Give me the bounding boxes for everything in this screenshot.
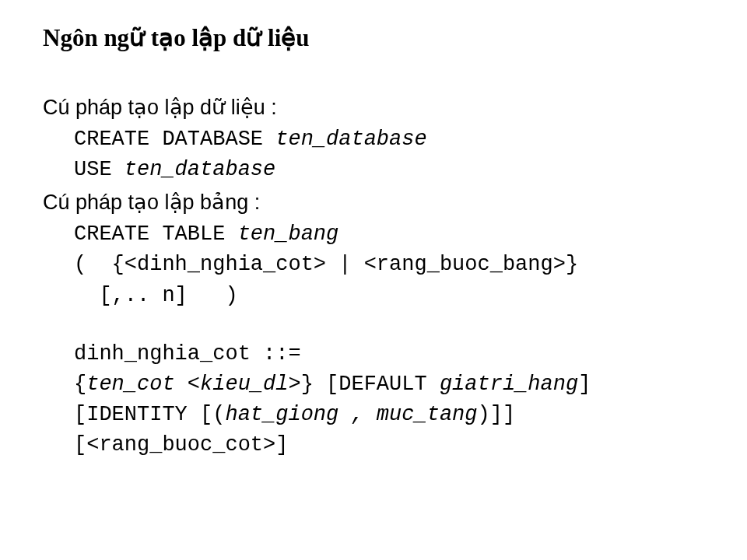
code-line: [,.. n] ) (74, 281, 704, 311)
param: hat_giong , muc_tang (225, 403, 477, 426)
param: ten_database (124, 158, 275, 181)
code-line: [<rang_buoc_cot>] (74, 430, 704, 460)
param: giatri_hang (440, 373, 578, 396)
keyword: CREATE TABLE (74, 222, 238, 246)
bracket: ] (578, 373, 591, 396)
bracket: )]] (478, 403, 516, 426)
brace: { (74, 373, 86, 396)
keyword: } [DEFAULT (301, 373, 440, 396)
param: ten_database (275, 128, 426, 151)
section1-heading: Cú pháp tạo lập dữ liệu : (43, 95, 704, 120)
param: ten_cot <kieu_dl> (86, 373, 300, 396)
param: ten_bang (238, 222, 339, 246)
code-line: [IDENTITY [(hat_giong , muc_tang)]] (74, 400, 704, 430)
code-line: CREATE DATABASE ten_database (74, 124, 704, 155)
code-line: {ten_cot <kieu_dl>} [DEFAULT giatri_hang… (74, 369, 704, 400)
page-title: Ngôn ngữ tạo lập dữ liệu (43, 23, 704, 52)
code-line: dinh_nghia_cot ::= (74, 339, 704, 369)
spacer (43, 311, 704, 339)
code-line: ( {<dinh_nghia_cot> | <rang_buoc_bang>} (74, 250, 704, 280)
keyword: [IDENTITY [( (74, 403, 225, 426)
code-line: CREATE TABLE ten_bang (74, 219, 704, 250)
section2-heading: Cú pháp tạo lập bảng : (43, 190, 704, 215)
keyword: CREATE DATABASE (74, 128, 275, 151)
keyword: USE (74, 158, 124, 181)
code-line: USE ten_database (74, 155, 704, 185)
